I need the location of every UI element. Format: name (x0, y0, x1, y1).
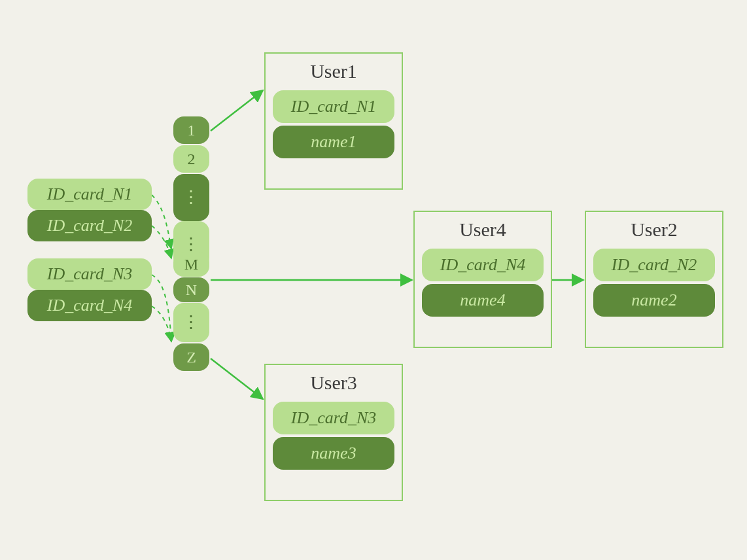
hash-slot-dots-1: ⋮ (173, 174, 209, 221)
user2-name: name2 (593, 284, 715, 317)
hash-slot-z: Z (173, 343, 209, 371)
user-box-user3: User3 ID_card_N3 name3 (264, 364, 403, 501)
hash-slot-1: 1 (173, 116, 209, 144)
user2-title: User2 (591, 219, 717, 241)
user2-id: ID_card_N2 (593, 249, 715, 281)
user4-title: User4 (420, 219, 546, 241)
hash-slot-n: N (173, 277, 209, 302)
user4-name: name4 (422, 284, 544, 317)
user-box-user1: User1 ID_card_N1 name1 (264, 52, 403, 190)
user3-name: name3 (273, 437, 394, 470)
user1-title: User1 (271, 60, 396, 82)
id-card-n3: ID_card_N3 (27, 258, 152, 290)
user1-id: ID_card_N1 (273, 90, 394, 123)
user-box-user4: User4 ID_card_N4 name4 (413, 211, 552, 348)
diagram-canvas: ID_card_N1 ID_card_N2 ID_card_N3 ID_card… (0, 0, 747, 560)
id-card-n4: ID_card_N4 (27, 290, 152, 321)
hash-slot-2: 2 (173, 145, 209, 173)
hash-slot-m: M (173, 252, 209, 277)
user3-title: User3 (271, 372, 396, 394)
id-card-n2: ID_card_N2 (27, 210, 152, 241)
user1-name: name1 (273, 126, 394, 158)
user4-id: ID_card_N4 (422, 249, 544, 281)
user3-id: ID_card_N3 (273, 402, 394, 434)
user-box-user2: User2 ID_card_N2 name2 (585, 211, 723, 348)
id-card-n1: ID_card_N1 (27, 179, 152, 210)
hash-slot-dots-2: ⋮ (173, 303, 209, 342)
